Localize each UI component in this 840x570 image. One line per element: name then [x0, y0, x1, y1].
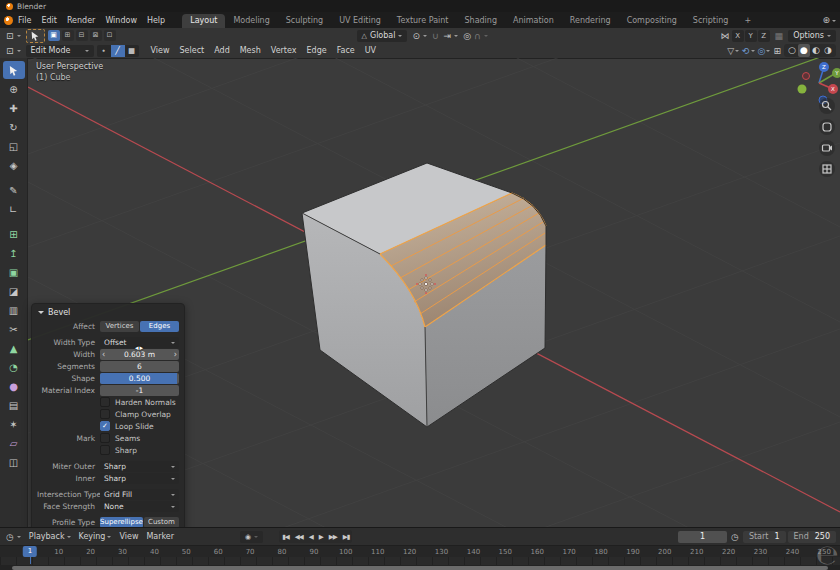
viewport-menu-face[interactable]: Face — [332, 45, 360, 56]
tool-extrude-region[interactable]: ↥ — [3, 244, 25, 262]
workspace-tab-uv-editing[interactable]: UV Editing — [331, 14, 389, 28]
camera-view-button[interactable] — [819, 140, 835, 156]
workspace-tab-texture-paint[interactable]: Texture Paint — [389, 14, 457, 28]
zoom-button[interactable] — [819, 98, 835, 114]
xray-toggle-icon[interactable]: ⊞ — [773, 45, 781, 57]
scene-status-icon[interactable]: ⊛ — [822, 14, 830, 26]
viewport-menu-mesh[interactable]: Mesh — [235, 45, 266, 56]
snap-target-dropdown[interactable]: ⇥ — [442, 30, 461, 42]
select-option-1[interactable]: ⊞ — [62, 30, 74, 41]
object-type-visibility-dropdown[interactable]: ▽ — [727, 45, 739, 57]
timeline-editor-type-button[interactable]: ◷ — [4, 531, 23, 543]
menu-render[interactable]: Render — [62, 15, 100, 26]
harden-normals-checkbox[interactable] — [100, 397, 110, 407]
seams-checkbox[interactable] — [100, 433, 110, 443]
tool-knife[interactable]: ✂ — [3, 320, 25, 338]
editor-type-button[interactable]: ⊡ — [4, 30, 23, 42]
shading-solid-button[interactable]: ● — [798, 44, 810, 57]
segments-field[interactable]: 6 — [100, 361, 179, 372]
blender-menu-icon[interactable] — [4, 16, 13, 25]
inner-dropdown[interactable]: Sharp — [100, 473, 179, 484]
axis-neg-x-ball[interactable] — [803, 73, 810, 80]
menu-file[interactable]: File — [13, 15, 36, 26]
miter-outer-dropdown[interactable]: Sharp — [100, 461, 179, 472]
tool-add-cube[interactable]: ⊞ — [3, 225, 25, 243]
jump-to-start-button[interactable]: ▮◀ — [279, 533, 292, 541]
playhead-line[interactable] — [30, 555, 32, 564]
axis-neg-y-ball[interactable] — [798, 85, 807, 94]
timeline-menu-view[interactable]: View — [115, 531, 142, 542]
mirror-y-button[interactable]: Y — [745, 30, 757, 42]
loop-slide-checkbox[interactable]: ✓ — [100, 421, 110, 431]
shape-slider[interactable]: 0.500 — [100, 373, 179, 384]
decrement-arrow[interactable]: ‹ — [102, 350, 105, 359]
transform-orientation-dropdown[interactable]: △ Global — [357, 30, 408, 42]
select-mode-vertex-button[interactable]: ∙ — [97, 45, 111, 57]
next-keyframe-button[interactable]: ▶▶ — [326, 533, 340, 541]
panel-header[interactable]: Bevel — [38, 308, 179, 317]
workspace-tab-shading[interactable]: Shading — [456, 14, 505, 28]
gizmos-dropdown[interactable]: ⟲ — [742, 45, 755, 57]
falloff-curve-icon[interactable]: ∩ — [474, 30, 481, 42]
tool-measure[interactable]: ∟ — [3, 200, 25, 218]
tool-inset-faces[interactable]: ▣ — [3, 263, 25, 281]
width-field[interactable]: ‹0.603 m›◂▸ — [100, 349, 179, 360]
increment-arrow[interactable]: › — [174, 350, 177, 359]
tool-smooth[interactable]: ● — [3, 377, 25, 395]
select-mode-edge-button[interactable]: ╱ — [111, 45, 125, 57]
select-option-0[interactable]: ▣ — [48, 30, 60, 41]
viewport-menu-uv[interactable]: UV — [360, 45, 381, 56]
superellipse-button[interactable]: Superellipse — [100, 517, 143, 528]
tool-rip-region[interactable]: ◫ — [3, 453, 25, 471]
workspace-tab-compositing[interactable]: Compositing — [619, 14, 685, 28]
menu-help[interactable]: Help — [142, 15, 170, 26]
snap-extra-icon[interactable]: ▦ — [775, 30, 784, 42]
select-option-2[interactable]: ⊟ — [76, 30, 88, 41]
select-mode-face-button[interactable]: ■ — [125, 45, 139, 57]
overlays-dropdown[interactable]: ◎ — [758, 45, 771, 57]
clamp-overlap-checkbox[interactable] — [100, 409, 110, 419]
tool-transform[interactable]: ◈ — [3, 156, 25, 174]
tool-annotate[interactable]: ✎ — [3, 181, 25, 199]
custom-button[interactable]: Custom — [144, 517, 179, 528]
material-index-field[interactable]: -1 — [100, 385, 179, 396]
workspace-tab-animation[interactable]: Animation — [505, 14, 562, 28]
snap-magnet-icon[interactable]: ∪ — [432, 30, 439, 42]
timeline-menu-playback[interactable]: Playback — [25, 531, 75, 542]
tool-shear[interactable]: ▱ — [3, 434, 25, 452]
jump-to-end-button[interactable]: ▶▮ — [340, 533, 353, 541]
menu-edit[interactable]: Edit — [36, 15, 62, 26]
play-button[interactable]: ▶ — [316, 533, 326, 541]
current-frame-field[interactable]: 1 — [678, 531, 727, 543]
timeline-menu-keying[interactable]: Keying — [75, 531, 116, 542]
timeline-ticks[interactable] — [0, 557, 840, 565]
tool-poly-build[interactable]: ▲ — [3, 339, 25, 357]
workspace-tab-sculpting[interactable]: Sculpting — [278, 14, 331, 28]
menu-window[interactable]: Window — [100, 15, 142, 26]
tool-spin[interactable]: ◔ — [3, 358, 25, 376]
pan-button[interactable] — [819, 119, 835, 135]
viewport-menu-vertex[interactable]: Vertex — [266, 45, 302, 56]
workspace-tab-item[interactable]: + — [736, 14, 759, 28]
navigation-gizmo[interactable]: Z Y X — [798, 62, 840, 104]
shading-material-preview-button[interactable]: ◐ — [810, 44, 822, 57]
tool-move[interactable]: ✚ — [3, 99, 25, 117]
play-reverse-button[interactable]: ◀ — [306, 533, 316, 541]
intersection-type-dropdown[interactable]: Grid Fill — [100, 489, 179, 500]
viewport-editor-type-button[interactable]: ⊡ — [4, 45, 23, 57]
tool-select-box[interactable] — [3, 61, 25, 79]
tool-bevel[interactable]: ◪ — [3, 282, 25, 300]
active-tool-button[interactable] — [26, 29, 45, 43]
workspace-tab-modeling[interactable]: Modeling — [225, 14, 277, 28]
tool-scale[interactable]: ◱ — [3, 137, 25, 155]
face-strength-dropdown[interactable]: None — [100, 501, 179, 512]
select-option-4[interactable]: ⊡ — [104, 30, 116, 41]
proportional-editing-icon[interactable]: ◎ — [463, 30, 471, 42]
mirror-x-button[interactable]: X — [732, 30, 744, 42]
workspace-tab-layout[interactable]: Layout — [182, 14, 225, 28]
tool-cursor[interactable]: ⊕ — [3, 80, 25, 98]
cube-mesh[interactable] — [302, 163, 546, 427]
pivot-point-dropdown[interactable]: ⊙ — [410, 30, 429, 42]
timeline-ruler[interactable]: 1020304050607080901001101201301401501601… — [0, 546, 840, 557]
chevron-down-icon[interactable] — [832, 20, 836, 24]
